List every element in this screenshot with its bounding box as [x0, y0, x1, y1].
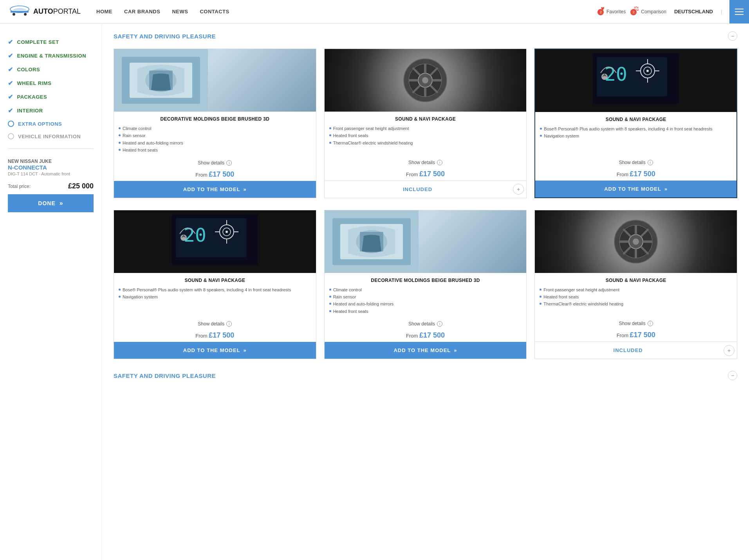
- dot-icon: [540, 128, 542, 130]
- product-card-p1: DECORATIVE MOLDINGS BEIGE BRUSHED 3D Cli…: [114, 49, 316, 198]
- total-price-label: Total price:: [8, 184, 31, 189]
- add-to-model-button-p4[interactable]: ADD TO THE MODEL »: [114, 342, 316, 359]
- feature-p1-4: Heated front seats: [119, 147, 311, 153]
- hamburger-menu-button[interactable]: [729, 0, 749, 23]
- check-icon-wheel-rims: ✔: [8, 79, 13, 87]
- radio-extra-options: [8, 121, 14, 127]
- car-model-label: N-CONNECTA: [8, 164, 94, 171]
- plus-button-p2[interactable]: +: [513, 184, 524, 195]
- add-to-model-button-p5[interactable]: ADD TO THE MODEL »: [325, 342, 527, 359]
- product-features-p5: Climate control Rain sensor Heated and a…: [325, 285, 527, 319]
- sidebar-label-colors: COLORS: [17, 67, 40, 72]
- from-label-p2: From: [406, 172, 418, 177]
- sidebar-label-wheel-rims: WHEEL RIMS: [17, 80, 52, 86]
- from-label-p3: From: [617, 172, 628, 177]
- dot-icon: [540, 289, 541, 291]
- product-name-p1: DECORATIVE MOLDINGS BEIGE BRUSHED 3D: [114, 112, 316, 124]
- feature-p5-2: Rain sensor: [329, 294, 522, 300]
- show-details-p3[interactable]: Show details i: [535, 157, 736, 168]
- main-content: SAFETY AND DRIVING PLEASURE −: [102, 23, 749, 560]
- check-icon-colors: ✔: [8, 66, 13, 73]
- price-row-p1: From £17 500: [114, 168, 316, 181]
- feature-p4-1: Bose® Personal® Plus audio system with 8…: [119, 287, 311, 293]
- comparison-badge: 2: [630, 9, 637, 15]
- dot-icon: [119, 127, 121, 129]
- dot-icon: [329, 303, 331, 305]
- included-button-p6[interactable]: INCLUDED: [535, 342, 721, 359]
- sidebar-item-colors[interactable]: ✔ COLORS: [8, 63, 94, 76]
- feature-p5-3: Heated and auto-folding mirrors: [329, 301, 522, 307]
- feature-p1-2: Rain sensor: [119, 133, 311, 139]
- section-bottom-title: SAFETY AND DRIVING PLEASURE: [114, 372, 216, 379]
- check-icon-packages: ✔: [8, 93, 13, 101]
- sidebar-item-vehicle-info[interactable]: VEHICLE INFORMATION: [8, 130, 94, 143]
- feature-p3-1: Bose® Personal® Plus audio system with 8…: [540, 126, 732, 132]
- show-details-p1[interactable]: Show details i: [114, 158, 316, 168]
- feature-p2-1: Front passenger seat height adjustment: [329, 126, 522, 132]
- menu-line-2: [735, 11, 744, 12]
- price-row-p5: From £17 500: [325, 329, 527, 342]
- nav-contacts[interactable]: CONTACTS: [200, 9, 229, 14]
- sidebar-item-extra-options[interactable]: EXTRA OPTIONS: [8, 117, 94, 130]
- comparison-action[interactable]: ⚖ 2 Comparison: [633, 5, 666, 18]
- sidebar-item-wheel-rims[interactable]: ✔ WHEEL RIMS: [8, 76, 94, 90]
- product-image-p4: 20: [114, 210, 316, 273]
- nav-home[interactable]: HOME: [96, 9, 112, 14]
- sidebar-item-packages[interactable]: ✔ PACKAGES: [8, 90, 94, 104]
- info-icon-p1: i: [226, 160, 232, 166]
- included-button-p2[interactable]: INCLUDED: [325, 181, 511, 198]
- nav-car-brands[interactable]: CAR BRANDS: [124, 9, 160, 14]
- dot-icon: [329, 127, 331, 129]
- logo[interactable]: AUTOPORTAL: [8, 4, 81, 20]
- section1-title: SAFETY AND DRIVING PLEASURE: [114, 33, 216, 40]
- dot-icon: [329, 310, 331, 312]
- included-container-p6: INCLUDED +: [535, 341, 737, 359]
- sidebar-label-interior: INTERIOR: [17, 108, 43, 114]
- product-card-p2: SOUND & NAVI PACKAGE Front passenger sea…: [324, 49, 527, 198]
- sidebar-label-packages: PACKAGES: [17, 94, 47, 100]
- svg-point-2: [13, 13, 15, 16]
- sidebar-item-complete-set[interactable]: ✔ COMPLETE SET: [8, 35, 94, 49]
- show-details-p5[interactable]: Show details i: [325, 319, 527, 329]
- radio-vehicle-info: [8, 133, 14, 139]
- feature-p4-2: Navigation system: [119, 294, 311, 300]
- sidebar-item-engine[interactable]: ✔ ENGINE & TRANSMISSION: [8, 49, 94, 63]
- header-right: ♥ 2 Favorites ⚖ 2 Comparison DEUTSCHLAND…: [601, 5, 741, 18]
- add-to-model-button-p3[interactable]: ADD TO THE MODEL »: [535, 181, 736, 197]
- done-button[interactable]: DONE »: [8, 194, 94, 212]
- product-features-p2: Front passenger seat height adjustment H…: [325, 124, 527, 157]
- nav-news[interactable]: NEWS: [172, 9, 188, 14]
- total-price-value: £25 000: [68, 182, 94, 190]
- dot-icon: [329, 289, 331, 291]
- from-label-p6: From: [617, 332, 628, 338]
- show-details-p4[interactable]: Show details i: [114, 319, 316, 329]
- done-label: DONE: [38, 200, 55, 206]
- plus-button-p6[interactable]: +: [724, 345, 735, 356]
- sidebar-label-engine: ENGINE & TRANSMISSION: [17, 53, 87, 59]
- dot-icon: [329, 142, 331, 144]
- show-details-p2[interactable]: Show details i: [325, 157, 527, 168]
- section-bottom-collapse-button[interactable]: −: [728, 371, 737, 380]
- sidebar-item-interior[interactable]: ✔ INTERIOR: [8, 104, 94, 117]
- price-row-p2: From £17 500: [325, 168, 527, 181]
- price-row-p4: From £17 500: [114, 329, 316, 342]
- section1-product-grid: DECORATIVE MOLDINGS BEIGE BRUSHED 3D Cli…: [114, 49, 737, 198]
- product-name-p3: SOUND & NAVI PACKAGE: [535, 112, 736, 125]
- add-to-model-button-p1[interactable]: ADD TO THE MODEL »: [114, 181, 316, 198]
- price-row-p3: From £17 500: [535, 168, 736, 181]
- product-card-p6: SOUND & NAVI PACKAGE Front passenger sea…: [534, 210, 737, 359]
- favorites-label: Favorites: [606, 9, 626, 14]
- check-icon-interior: ✔: [8, 107, 13, 114]
- car-spec-label: DIG-T 114 DCT · Automatic front: [8, 172, 94, 176]
- show-details-p6[interactable]: Show details i: [535, 318, 737, 329]
- favorites-action[interactable]: ♥ 2 Favorites: [601, 5, 626, 18]
- section1-header: SAFETY AND DRIVING PLEASURE −: [114, 31, 737, 41]
- svg-point-53: [633, 238, 639, 245]
- section1-collapse-button[interactable]: −: [728, 31, 737, 41]
- sidebar-label-complete-set: COMPLETE SET: [17, 39, 59, 45]
- product-name-p6: SOUND & NAVI PACKAGE: [535, 273, 737, 285]
- product-card-p4: 20 SOUND & NAVI PACKAGE: [114, 210, 316, 359]
- product-features-p3: Bose® Personal® Plus audio system with 8…: [535, 125, 736, 157]
- sidebar-label-vehicle-info: VEHICLE INFORMATION: [18, 134, 81, 139]
- add-arrow-icon-p5: »: [454, 347, 457, 353]
